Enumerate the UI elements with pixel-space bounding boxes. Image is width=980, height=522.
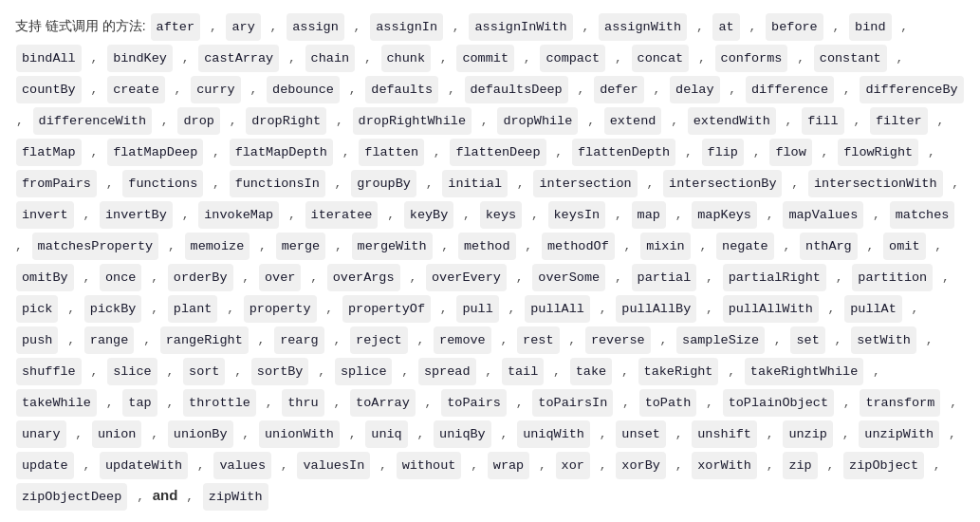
separator: , <box>524 208 545 222</box>
separator: , <box>825 20 847 34</box>
chinese-label: 支持 链式调用 的方法: <box>15 18 150 33</box>
separator: , <box>76 270 98 285</box>
separator: , <box>653 333 675 347</box>
token-slice: slice <box>107 358 157 385</box>
separator: , <box>160 239 182 253</box>
token-union: union <box>92 420 142 448</box>
separator: , <box>942 396 957 410</box>
separator: , <box>614 364 636 379</box>
token-bind: bind <box>849 13 891 41</box>
separator: , <box>767 333 788 347</box>
token-orderBy: orderBy <box>168 264 233 291</box>
separator: , <box>129 490 151 504</box>
separator: , <box>592 427 614 441</box>
token-initial: initial <box>442 170 508 197</box>
separator: , <box>928 239 943 253</box>
separator: , <box>76 458 98 473</box>
separator: , <box>99 177 120 191</box>
token-keyBy: keyBy <box>404 201 454 229</box>
token-extend: extend <box>604 107 662 135</box>
token-without: without <box>397 452 462 479</box>
token-groupBy: groupBy <box>351 170 416 197</box>
separator: , <box>342 427 363 441</box>
separator: , <box>742 20 764 34</box>
separator: , <box>722 83 744 97</box>
separator: , <box>668 427 690 441</box>
separator: , <box>607 51 629 65</box>
token-range: range <box>84 326 135 354</box>
separator: , <box>693 239 714 253</box>
token-unzip: unzip <box>783 420 833 448</box>
token-dropRightWhile: dropRightWhile <box>353 107 472 135</box>
token-difference: difference <box>746 76 834 103</box>
token-differenceWith: differenceWith <box>33 107 152 135</box>
separator: , <box>235 427 257 441</box>
token-delay: delay <box>670 76 720 103</box>
separator: , <box>820 458 841 473</box>
token-zipWith: zipWith <box>203 483 268 511</box>
separator: , <box>326 396 348 410</box>
token-over: over <box>259 264 301 291</box>
token-toPairs: toPairs <box>441 389 507 417</box>
separator: , <box>418 177 440 191</box>
separator: , <box>327 239 349 253</box>
separator: , <box>531 458 553 473</box>
separator: , <box>154 114 176 128</box>
separator: , <box>159 396 181 410</box>
separator: , <box>889 51 904 65</box>
separator: , <box>646 83 668 97</box>
token-update: update <box>16 452 74 479</box>
token-propertyOf: propertyOf <box>342 295 431 323</box>
token-and: and <box>153 487 178 503</box>
token-once: once <box>100 264 141 291</box>
token-plant: plant <box>168 295 218 323</box>
token-flow: flow <box>769 139 811 166</box>
main-content: 支持 链式调用 的方法: after , ary , assign , assi… <box>15 11 965 513</box>
separator: , <box>814 145 836 159</box>
token-partial: partial <box>632 264 697 291</box>
token-sortBy: sortBy <box>251 358 309 385</box>
token-zip: zip <box>783 452 817 479</box>
token-mapKeys: mapKeys <box>692 201 757 229</box>
token-concat: concat <box>632 45 690 72</box>
separator: , <box>190 458 212 473</box>
separator: , <box>698 396 720 410</box>
separator: , <box>918 333 934 347</box>
token-after: after <box>151 13 201 41</box>
token-keys: keys <box>480 201 522 229</box>
separator: , <box>68 427 90 441</box>
token-shuffle: shuffle <box>16 358 82 385</box>
token-flip: flip <box>702 139 744 166</box>
separator: , <box>865 208 887 222</box>
token-pull: pull <box>456 295 498 323</box>
separator: , <box>433 51 454 65</box>
token-assignInWith: assignInWith <box>469 13 572 41</box>
token-rest: rest <box>517 326 559 354</box>
separator: , <box>516 51 538 65</box>
token-throttle: throttle <box>183 389 256 417</box>
token-intersection: intersection <box>533 170 637 197</box>
tokens-container: after , ary , assign , assignIn , assign… <box>15 19 965 504</box>
separator: , <box>303 270 324 285</box>
separator: , <box>281 51 303 65</box>
separator: , <box>592 302 614 316</box>
token-mergeWith: mergeWith <box>352 233 433 260</box>
token-iteratee: iteratee <box>305 201 379 229</box>
separator: , <box>639 177 661 191</box>
token-merge: merge <box>276 233 326 260</box>
token-uniqWith: uniqWith <box>517 420 590 448</box>
separator: , <box>562 333 583 347</box>
token-transform: transform <box>860 389 940 417</box>
intro-text: 支持 链式调用 的方法: <box>15 18 150 33</box>
separator: , <box>776 239 798 253</box>
separator: , <box>243 83 265 97</box>
token-create: create <box>107 76 165 103</box>
separator: , <box>219 302 241 316</box>
separator: , <box>433 302 454 316</box>
token-toArray: toArray <box>350 389 416 417</box>
separator: , <box>335 145 357 159</box>
separator: , <box>372 458 394 473</box>
token-overSome: overSome <box>532 264 605 291</box>
token-filter: filter <box>870 107 928 135</box>
token-at: at <box>712 13 739 41</box>
